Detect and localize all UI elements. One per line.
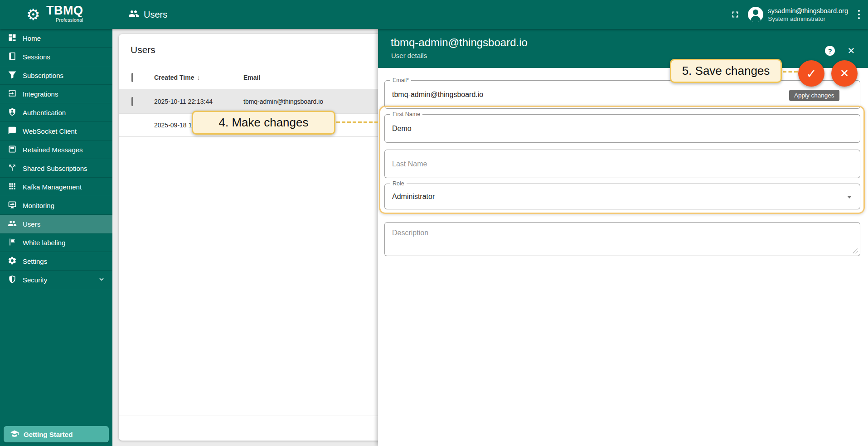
sidebar-item-white-labeling[interactable]: White labeling — [0, 233, 112, 252]
logo-subtitle: Professional — [56, 17, 83, 23]
sidebar-item-label: Monitoring — [23, 202, 54, 209]
dropdown-arrow-icon — [847, 196, 852, 199]
call-split-icon — [8, 163, 17, 174]
monitor-icon — [8, 200, 17, 211]
fullscreen-icon[interactable] — [726, 5, 744, 24]
callout-step-4: 4. Make changes — [192, 111, 335, 135]
description-textarea[interactable] — [385, 223, 860, 256]
sidebar-item-websocket-client[interactable]: WebSocket Client — [0, 122, 112, 141]
sidebar-item-label: Integrations — [23, 90, 58, 98]
sidebar-item-authentication[interactable]: Authentication — [0, 103, 112, 122]
more-vert-icon[interactable] — [854, 10, 868, 19]
apply-changes-tooltip: Apply changes — [789, 90, 839, 101]
shield-icon — [8, 275, 17, 285]
sidebar-item-label: Subscriptions — [23, 72, 63, 79]
chat-icon — [8, 126, 17, 136]
user-details-panel: tbmq-admin@thingsboard.io User details ?… — [378, 29, 868, 446]
last-name-field[interactable] — [384, 150, 860, 178]
people-icon — [8, 219, 17, 229]
sidebar-item-monitoring[interactable]: Monitoring — [0, 196, 112, 215]
callout-connector-line — [336, 121, 378, 123]
panel-title: tbmq-admin@thingsboard.io — [391, 36, 528, 49]
card-title: Users — [131, 44, 155, 55]
check-icon: ✓ — [806, 67, 817, 81]
filter-icon — [8, 70, 17, 81]
first-name-field-label: First Name — [390, 111, 422, 118]
avatar[interactable] — [748, 7, 763, 22]
sidebar-item-sessions[interactable]: Sessions — [0, 48, 112, 66]
people-icon — [128, 8, 139, 21]
book-icon — [8, 52, 17, 62]
sidebar-item-label: White labeling — [23, 239, 65, 247]
sidebar-item-security[interactable]: Security — [0, 271, 112, 289]
apply-changes-button[interactable]: ✓ — [798, 60, 824, 87]
dashboard-icon — [8, 33, 17, 44]
gear-icon — [8, 256, 17, 267]
sidebar-item-label: Authentication — [23, 109, 66, 116]
sidebar-item-label: Kafka Management — [23, 183, 82, 191]
app-logo[interactable]: ⚙ TBMQ Professional — [26, 3, 83, 24]
email-input[interactable] — [385, 81, 860, 108]
cell-created-time: 2025-10-11 22:13:44 — [154, 98, 243, 105]
school-icon — [10, 429, 19, 440]
sidebar-item-shared-subscriptions[interactable]: Shared Subscriptions — [0, 159, 112, 178]
getting-started-button[interactable]: Getting Started — [4, 426, 109, 442]
callout-step-5: 5. Save changes — [670, 59, 782, 83]
chevron-down-icon — [98, 276, 105, 284]
page-title: Users — [144, 10, 167, 20]
input-icon — [8, 89, 17, 99]
flag-icon — [8, 238, 17, 248]
app-root: Home Sessions Subscriptions Integrations… — [0, 0, 868, 446]
sidebar-item-label: Security — [23, 276, 47, 284]
sidebar: Home Sessions Subscriptions Integrations… — [0, 29, 112, 446]
sidebar-item-settings[interactable]: Settings — [0, 252, 112, 271]
sidebar-item-kafka-management[interactable]: Kafka Management — [0, 178, 112, 196]
sidebar-item-label: Shared Subscriptions — [23, 165, 87, 172]
sidebar-item-label: Retained Messages — [23, 146, 83, 154]
discard-changes-button[interactable]: ✕ — [831, 60, 858, 87]
sidebar-item-label: Sessions — [23, 53, 50, 61]
select-all-checkbox[interactable] — [131, 73, 133, 82]
panel-header: tbmq-admin@thingsboard.io User details ?… — [378, 29, 868, 68]
top-app-bar: ⚙ TBMQ Professional Users sysadmin@thing… — [0, 0, 868, 29]
first-name-field[interactable]: First Name — [384, 114, 860, 143]
callout-connector-line — [783, 71, 798, 73]
account-info[interactable]: sysadmin@thingsboard.org System administ… — [768, 7, 848, 23]
sidebar-item-retained-messages[interactable]: Retained Messages — [0, 141, 112, 159]
role-field-label: Role — [390, 180, 407, 187]
close-icon[interactable]: ✕ — [846, 45, 857, 56]
sidebar-item-label: Home — [23, 34, 41, 42]
description-field[interactable] — [384, 222, 860, 256]
sidebar-item-label: Users — [23, 220, 40, 228]
sidebar-item-home[interactable]: Home — [0, 29, 112, 48]
getting-started-label: Getting Started — [24, 431, 73, 438]
account-email: sysadmin@thingsboard.org — [768, 7, 848, 15]
security-icon — [8, 107, 17, 118]
account-role: System administrator — [768, 15, 848, 23]
panel-subtitle: User details — [391, 52, 427, 59]
inbox-icon — [8, 145, 17, 155]
logo-title: TBMQ — [46, 3, 83, 18]
sort-desc-icon: ↓ — [197, 74, 200, 81]
role-select[interactable]: Role Administrator — [384, 184, 860, 209]
first-name-input[interactable] — [385, 115, 860, 142]
column-header-created-time[interactable]: Created Time↓ — [154, 74, 243, 81]
tbmq-gear-logo-icon: ⚙ — [26, 5, 44, 24]
role-selected-value: Administrator — [392, 193, 435, 201]
help-icon[interactable]: ? — [825, 46, 835, 56]
last-name-input[interactable] — [385, 150, 860, 178]
sidebar-item-subscriptions[interactable]: Subscriptions — [0, 66, 112, 85]
email-field-label: Email* — [390, 77, 411, 84]
sidebar-item-users[interactable]: Users — [0, 215, 112, 233]
sidebar-item-label: WebSocket Client — [23, 127, 77, 135]
row-checkbox[interactable] — [131, 97, 133, 106]
sidebar-item-integrations[interactable]: Integrations — [0, 85, 112, 103]
sidebar-item-label: Settings — [23, 257, 47, 265]
apps-grid-icon — [8, 182, 17, 192]
close-icon: ✕ — [840, 67, 849, 80]
